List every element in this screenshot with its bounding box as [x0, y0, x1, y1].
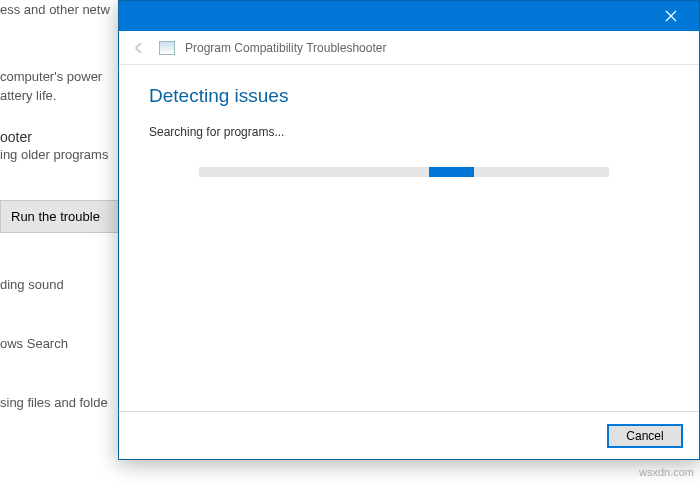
watermark: wsxdn.com [639, 466, 694, 478]
back-arrow-icon[interactable] [129, 38, 149, 58]
progress-bar [199, 167, 609, 177]
progress-chunk [429, 167, 474, 177]
dialog-header-title: Program Compatibility Troubleshooter [185, 41, 386, 55]
dialog-content: Detecting issues Searching for programs.… [119, 65, 699, 411]
button-bar: Cancel [119, 411, 699, 459]
close-icon[interactable] [651, 2, 691, 30]
app-icon [159, 41, 175, 55]
cancel-button[interactable]: Cancel [607, 424, 683, 448]
troubleshooter-dialog: Program Compatibility Troubleshooter Det… [118, 0, 700, 460]
dialog-subtitle: Searching for programs... [149, 125, 669, 139]
titlebar [119, 1, 699, 31]
dialog-title: Detecting issues [149, 85, 669, 107]
header-bar: Program Compatibility Troubleshooter [119, 31, 699, 65]
